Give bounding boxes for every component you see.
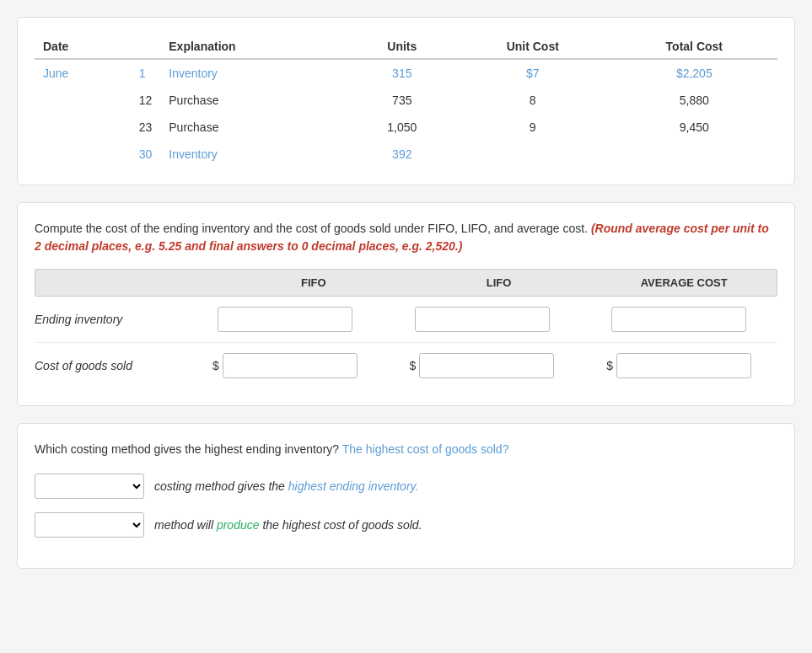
avg-cogs-currency: $ xyxy=(606,359,613,372)
table-card: Date Explanation Units Unit Cost Total C… xyxy=(17,17,795,185)
question-main: Which costing method gives the highest e… xyxy=(35,442,339,456)
table-row: June 1 Inventory 315 $7 $2,205 xyxy=(35,59,777,87)
cell-explanation: Inventory xyxy=(160,141,349,168)
compute-card: Compute the cost of the ending inventory… xyxy=(17,202,795,406)
col-header-date: Date xyxy=(35,35,131,59)
dropdown-row-2: FIFO LIFO Average Cost method will produ… xyxy=(35,512,777,538)
cell-day: 30 xyxy=(131,141,161,168)
fifo-ending-group xyxy=(186,307,384,332)
highest-cogs-select[interactable]: FIFO LIFO Average Cost xyxy=(35,512,144,538)
cell-unit-cost: 8 xyxy=(454,87,611,114)
avg-cogs-group: $ xyxy=(580,353,777,378)
lifo-ending-group xyxy=(384,307,581,332)
table-row: 23 Purchase 1,050 9 9,450 xyxy=(35,114,777,141)
table-row: 30 Inventory 392 xyxy=(35,141,777,168)
col-header-total-cost: Total Cost xyxy=(611,35,777,59)
cogs-row: Cost of goods sold $ $ $ xyxy=(35,343,777,388)
cell-day: 12 xyxy=(131,87,161,114)
lifo-cogs-group: $ xyxy=(384,353,581,378)
cell-units: 735 xyxy=(350,87,454,114)
cell-total-cost: 9,450 xyxy=(611,114,777,141)
fifo-cogs-input[interactable] xyxy=(223,353,358,378)
table-row: 12 Purchase 735 8 5,880 xyxy=(35,87,777,114)
col-header-date-day xyxy=(131,35,161,59)
cell-explanation: Purchase xyxy=(160,87,349,114)
question-card: Which costing method gives the highest e… xyxy=(17,423,795,569)
cell-month: June xyxy=(35,59,131,87)
cell-month xyxy=(35,114,131,141)
avg-cogs-input[interactable] xyxy=(616,353,751,378)
cell-month xyxy=(35,141,131,168)
method-header-lifo: LIFO xyxy=(406,270,592,296)
dropdown-label-2: method will produce the highest cost of … xyxy=(154,518,422,532)
cell-total-cost xyxy=(611,141,777,168)
dropdown-label-1: costing method gives the highest ending … xyxy=(154,479,418,493)
dropdown-row-1: FIFO LIFO Average Cost costing method gi… xyxy=(35,474,777,499)
method-header-average: AVERAGE COST xyxy=(591,270,777,296)
cell-unit-cost xyxy=(454,141,611,168)
ending-inventory-label: Ending inventory xyxy=(35,313,186,326)
dropdown-label-2-produce: produce xyxy=(217,518,260,532)
cell-month xyxy=(35,87,131,114)
dropdown-label-2-after: the highest cost of goods sold. xyxy=(262,518,422,532)
cell-units: 1,050 xyxy=(350,114,454,141)
cell-unit-cost: 9 xyxy=(454,114,611,141)
method-header-row: FIFO LIFO AVERAGE COST xyxy=(35,269,777,297)
highest-ending-select[interactable]: FIFO LIFO Average Cost xyxy=(35,474,144,499)
lifo-ending-input[interactable] xyxy=(415,307,550,332)
cell-unit-cost: $7 xyxy=(454,59,611,87)
cell-total-cost: $2,205 xyxy=(611,59,777,87)
cell-explanation: Purchase xyxy=(160,114,349,141)
cogs-label: Cost of goods sold xyxy=(35,359,186,372)
cell-day: 23 xyxy=(131,114,161,141)
col-header-units: Units xyxy=(350,35,454,59)
fifo-cogs-currency: $ xyxy=(212,359,219,372)
method-header-fifo: FIFO xyxy=(221,270,406,296)
lifo-cogs-input[interactable] xyxy=(419,353,554,378)
col-header-unit-cost: Unit Cost xyxy=(454,35,611,59)
instruction-main: Compute the cost of the ending inventory… xyxy=(35,222,588,235)
question-text: Which costing method gives the highest e… xyxy=(35,441,777,458)
avg-ending-input[interactable] xyxy=(611,307,746,332)
inventory-table: Date Explanation Units Unit Cost Total C… xyxy=(35,35,777,168)
fifo-cogs-group: $ xyxy=(186,353,384,378)
cell-units: 315 xyxy=(350,59,454,87)
question-blue-text: The highest cost of goods sold? xyxy=(342,442,509,456)
ending-inventory-row: Ending inventory xyxy=(35,297,777,343)
cell-units: 392 xyxy=(350,141,454,168)
cell-day: 1 xyxy=(131,59,161,87)
instruction-text: Compute the cost of the ending inventory… xyxy=(35,220,777,255)
avg-ending-group xyxy=(580,307,777,332)
fifo-ending-input[interactable] xyxy=(218,307,352,332)
lifo-cogs-currency: $ xyxy=(410,359,417,372)
cell-explanation: Inventory xyxy=(160,59,349,87)
col-header-explanation: Explanation xyxy=(160,35,349,59)
cell-total-cost: 5,880 xyxy=(611,87,777,114)
dropdown-label-1-blue: highest ending inventory. xyxy=(288,479,419,493)
